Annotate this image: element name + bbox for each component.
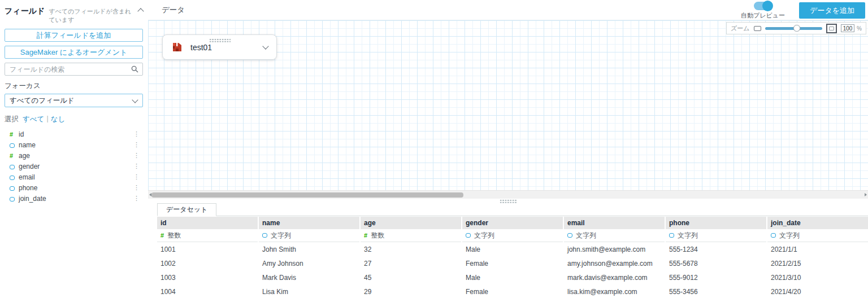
field-row[interactable]: #id⋮	[5, 129, 143, 139]
zoom-slider-thumb[interactable]	[793, 25, 800, 32]
table-cell: 1002	[157, 256, 258, 270]
column-header: gender	[462, 217, 563, 229]
field-menu-icon[interactable]: ⋮	[133, 173, 140, 181]
table-cell: mark.davis@example.com	[564, 270, 665, 284]
string-type-icon-shape	[771, 233, 776, 238]
fields-panel: フィールド すべてのフィールドが含まれています 計算フィールドを追加 SageM…	[0, 0, 148, 298]
field-list: #id⋮name⋮#age⋮gender⋮email⋮phone⋮join_da…	[5, 129, 143, 204]
field-search-input[interactable]	[5, 63, 143, 76]
zoom-out-rect-icon[interactable]	[754, 26, 761, 31]
field-selection-controls: 選択 すべて | なし	[5, 115, 143, 124]
column-type-label: 文字列	[474, 231, 494, 240]
field-row[interactable]: phone⋮	[5, 182, 143, 193]
column-header: id	[157, 217, 258, 229]
table-cell: 45	[361, 270, 461, 284]
select-all-link[interactable]: すべて	[23, 115, 44, 124]
table-cell: Female	[462, 284, 563, 298]
table-cell: 555-1234	[666, 242, 766, 256]
flow-canvas[interactable]: ズーム 100 % test01	[148, 20, 868, 190]
string-type-icon-shape	[10, 186, 15, 191]
dataset-node-label: test01	[190, 43, 212, 52]
field-menu-icon[interactable]: ⋮	[133, 163, 140, 170]
add-calculated-field-button[interactable]: 計算フィールドを追加	[5, 29, 143, 42]
table-cell: Mark Davis	[259, 270, 359, 284]
sagemaker-augment-button[interactable]: SageMaker によるオーグメント	[5, 46, 143, 59]
table-cell: john.smith@example.com	[564, 242, 665, 256]
dataset-node[interactable]: test01	[162, 34, 277, 60]
column-type-cell: 文字列	[666, 229, 766, 242]
string-type-icon	[10, 194, 19, 204]
zoom-percent-input[interactable]: 100	[841, 24, 854, 32]
collapse-fields-icon[interactable]	[137, 8, 144, 14]
table-cell: 1004	[157, 284, 258, 298]
string-type-icon	[262, 231, 267, 239]
number-type-icon: #	[364, 232, 367, 239]
field-row[interactable]: email⋮	[5, 172, 143, 182]
node-menu-chevron-icon[interactable]	[262, 43, 268, 49]
string-type-icon-shape	[567, 233, 572, 238]
table-cell: 2021/3/10	[767, 270, 868, 284]
column-type-cell: 文字列	[767, 229, 868, 242]
field-menu-icon[interactable]: ⋮	[133, 184, 140, 191]
table-cell: lisa.kim@example.com	[564, 284, 665, 298]
zoom-fit-button[interactable]	[826, 24, 837, 33]
add-data-button[interactable]: データを追加	[799, 2, 865, 19]
column-type-label: 整数	[371, 231, 384, 240]
zoom-slider[interactable]	[765, 27, 823, 30]
field-menu-icon[interactable]: ⋮	[133, 141, 140, 148]
select-none-link[interactable]: なし	[51, 115, 66, 124]
string-type-icon	[567, 231, 572, 239]
field-name: age	[19, 152, 30, 160]
toggle-knob	[762, 1, 773, 11]
field-row[interactable]: join_date⋮	[5, 193, 143, 204]
string-type-icon	[771, 231, 776, 239]
canvas-hscrollbar[interactable]	[148, 190, 868, 199]
column-header: join_date	[767, 217, 868, 229]
field-menu-icon[interactable]: ⋮	[133, 130, 140, 138]
table-cell: 555-3456	[666, 284, 766, 298]
table-cell: Amy Johnson	[259, 256, 359, 270]
column-type-label: 文字列	[678, 231, 698, 240]
table-cell: 555-9012	[666, 270, 766, 284]
zoom-toolbar: ズーム 100 %	[726, 22, 866, 34]
node-drag-handle[interactable]	[209, 38, 231, 42]
table-cell: John Smith	[259, 242, 359, 256]
auto-preview-toggle[interactable]	[754, 2, 772, 10]
panel-resize-handle[interactable]	[500, 199, 517, 203]
table-cell: amy.johnson@example.com	[564, 256, 665, 270]
string-type-icon-shape	[669, 233, 674, 238]
string-type-icon-shape	[262, 233, 267, 238]
field-row[interactable]: gender⋮	[5, 161, 143, 172]
scroll-right-icon[interactable]	[865, 193, 867, 196]
focus-select[interactable]: すべてのフィールド	[5, 94, 143, 107]
field-row[interactable]: #age⋮	[5, 150, 143, 161]
chevron-down-icon	[132, 97, 138, 103]
auto-preview-label: 自動プレビュー	[741, 11, 785, 20]
string-type-icon-shape	[10, 143, 15, 148]
field-name: email	[19, 173, 35, 181]
scrollbar-thumb[interactable]	[151, 192, 463, 198]
column-type-label: 文字列	[271, 231, 291, 240]
number-type-icon: #	[10, 131, 19, 138]
field-menu-icon[interactable]: ⋮	[133, 152, 140, 159]
column-type-cell: #整数	[157, 229, 258, 242]
field-name: id	[19, 130, 24, 138]
column-type-cell: 文字列	[462, 229, 563, 242]
field-menu-icon[interactable]: ⋮	[133, 195, 140, 202]
string-type-icon-shape	[10, 165, 15, 169]
data-workspace: データ 自動プレビュー データを追加 ズーム 100 %	[148, 0, 868, 298]
dataset-preview-panel: データセット idnameagegenderemailphonejoin_dat…	[148, 203, 868, 298]
quicksight-data-prep: フィールド すべてのフィールドが含まれています 計算フィールドを追加 SageM…	[0, 0, 868, 298]
table-cell: Male	[462, 270, 563, 284]
string-type-icon	[10, 140, 19, 150]
field-row[interactable]: name⋮	[5, 139, 143, 150]
table-cell: Lisa Kim	[259, 284, 359, 298]
field-name: name	[19, 141, 36, 149]
table-cell: 29	[361, 284, 461, 298]
focus-label: フォーカス	[5, 81, 143, 91]
table-cell: 32	[361, 242, 461, 256]
tab-dataset[interactable]: データセット	[157, 203, 216, 216]
field-name: join_date	[19, 195, 46, 203]
table-cell: 2021/4/20	[767, 284, 868, 298]
column-type-cell: #整数	[361, 229, 461, 242]
